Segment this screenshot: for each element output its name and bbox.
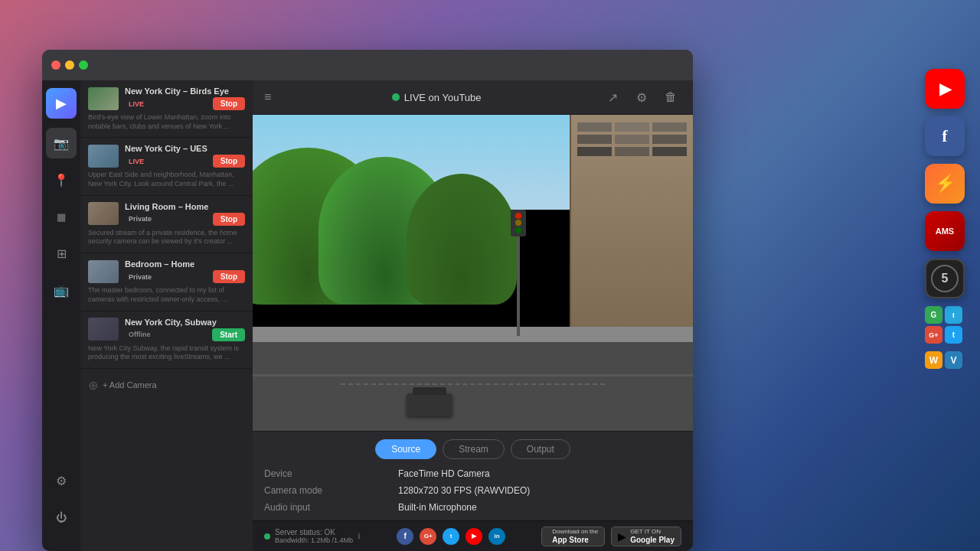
share-button[interactable]: ↗ (602, 86, 623, 108)
camera-item-nyc-birds-eye[interactable]: New York City – Birds Eye LIVE Stop Bird… (80, 80, 253, 138)
dock-mini-app6[interactable]: V (945, 351, 962, 369)
traffic-lights (51, 60, 88, 70)
location-icon: 📍 (54, 173, 69, 187)
sidebar-item-settings[interactable]: ⚙ (46, 465, 77, 496)
google-play-icon: ▶ (618, 530, 626, 543)
social-googleplus[interactable]: G+ (420, 528, 436, 545)
camera-name: Living Room – Home (125, 202, 245, 211)
camera-description: Upper East Side and neighborhood, Manhat… (88, 171, 245, 188)
social-youtube[interactable]: ▶ (466, 528, 482, 545)
minimize-button[interactable] (65, 60, 74, 70)
google-play-name: Google Play (630, 536, 675, 544)
top-bar-actions: ↗ ⚙ 🗑 (602, 86, 681, 108)
add-icon: ⊕ (88, 378, 98, 393)
app-window: ▶ 📷 📍 ▦ ⊞ 📺 ⚙ ⏻ (42, 50, 693, 551)
app-store-subtitle: Download on the (552, 528, 598, 536)
dock-youtube[interactable]: ▶ (925, 69, 965, 109)
sidebar-item-location[interactable]: 📍 (46, 165, 77, 195)
add-camera-button[interactable]: ⊕ + Add Camera (80, 369, 253, 402)
camera-name: Bedroom – Home (125, 259, 245, 269)
camera-description: The master bedroom, connected to my list… (88, 286, 245, 304)
video-preview (253, 115, 693, 431)
camera-action-btn[interactable]: Stop (213, 97, 245, 110)
dock-mini-app2[interactable]: t (945, 306, 962, 324)
google-play-badge[interactable]: ▶ GET IT ON Google Play (611, 527, 681, 546)
status-badge: Offline (125, 330, 155, 339)
power-icon: ⏻ (56, 511, 67, 523)
add-camera-label: + Add Camera (103, 380, 157, 390)
server-status-dot (264, 533, 270, 540)
s5-label: 5 (942, 272, 949, 285)
dock-ams-app[interactable]: AMS (925, 211, 965, 251)
camera-action-btn[interactable]: Stop (213, 213, 245, 226)
dock-mini-app4[interactable]: t (945, 326, 962, 344)
menu-icon[interactable]: ≡ (264, 90, 271, 104)
device-label: Device (264, 468, 387, 479)
grid-icon: ▦ (57, 211, 66, 223)
youtube-play-icon: ▶ (939, 80, 951, 98)
camera-name: New York City, Subway (125, 318, 245, 327)
main-content: ▶ 📷 📍 ▦ ⊞ 📺 ⚙ ⏻ (42, 80, 693, 551)
tab-source[interactable]: Source (375, 439, 436, 459)
camera-mode-label: Camera mode (264, 485, 387, 496)
sidebar-item-grid[interactable]: ▦ (46, 201, 77, 232)
sidebar-item-add[interactable]: ⏻ (46, 502, 77, 533)
camera-action-btn[interactable]: Stop (213, 155, 245, 168)
dock-s5-app[interactable]: 5 (925, 259, 965, 298)
live-indicator: LIVE on YouTube (392, 92, 482, 103)
dock-mini-app1[interactable]: G (925, 306, 942, 324)
app-logo[interactable]: ▶ (46, 88, 77, 119)
title-bar (42, 50, 693, 80)
server-status: Server status: OK Bandwidth: 1.2Mb /1.4M… (264, 528, 361, 544)
dock-peach-app[interactable]: ⚡ (925, 164, 965, 204)
camera-item-nyc-subway[interactable]: New York City, Subway Offline Start New … (80, 311, 253, 369)
audio-input-label: Audio input (264, 502, 387, 513)
camera-description: Secured stream of a private residence, t… (88, 229, 245, 246)
footer: Server status: OK Bandwidth: 1.2Mb /1.4M… (253, 520, 693, 551)
dock-mini-app3[interactable]: G+ (925, 326, 942, 344)
bottom-panel: Source Stream Output Device FaceTime HD … (253, 431, 693, 520)
camera-name: New York City – UES (125, 144, 245, 153)
social-facebook[interactable]: f (397, 528, 413, 545)
tab-row: Source Stream Output (264, 439, 681, 459)
camera-item-living-room[interactable]: Living Room – Home Private Stop Secured … (80, 196, 253, 253)
facebook-f-icon: f (942, 126, 947, 146)
social-linkedin[interactable]: in (488, 528, 505, 545)
tab-stream[interactable]: Stream (443, 439, 505, 459)
app-store-badge[interactable]: Download on the App Store (541, 527, 605, 546)
camera-action-btn[interactable]: Stop (213, 270, 245, 283)
camera-item-nyc-ues[interactable]: New York City – UES LIVE Stop Upper East… (80, 138, 253, 195)
sidebar: ▶ 📷 📍 ▦ ⊞ 📺 ⚙ ⏻ (42, 80, 80, 551)
camera-thumb (88, 260, 119, 283)
sidebar-item-cameras[interactable]: 📷 (46, 128, 77, 158)
lightning-icon: ⚡ (935, 174, 956, 194)
top-bar: ≡ LIVE on YouTube ↗ ⚙ 🗑 (253, 80, 693, 115)
street-scene (253, 115, 693, 431)
right-panel: ≡ LIVE on YouTube ↗ ⚙ 🗑 (253, 80, 693, 551)
camera-action-btn[interactable]: Start (212, 328, 245, 341)
source-info: Device FaceTime HD Camera Camera mode 12… (264, 468, 681, 513)
trash-icon: 🗑 (665, 90, 677, 104)
dock-mini-app5[interactable]: W (925, 351, 942, 369)
dock-icons: ▶ f ⚡ AMS 5 G t G+ t W V (925, 69, 965, 369)
delete-button[interactable]: 🗑 (660, 86, 681, 108)
device-value: FaceTime HD Camera (398, 468, 681, 479)
camera-thumb (88, 145, 119, 168)
settings-button[interactable]: ⚙ (631, 86, 652, 108)
status-badge: Private (125, 214, 155, 223)
status-badge: LIVE (125, 99, 148, 109)
social-twitter[interactable]: t (443, 528, 459, 545)
status-badge: LIVE (125, 157, 148, 166)
close-button[interactable] (51, 60, 60, 70)
tab-output[interactable]: Output (511, 439, 570, 459)
maximize-button[interactable] (79, 60, 88, 70)
sidebar-item-layout[interactable]: ⊞ (46, 238, 77, 269)
camera-name: New York City – Birds Eye (125, 86, 245, 96)
camera-item-bedroom[interactable]: Bedroom – Home Private Stop The master b… (80, 253, 253, 311)
live-label: LIVE on YouTube (404, 92, 482, 103)
dock-facebook[interactable]: f (925, 116, 965, 156)
sidebar-item-broadcast[interactable]: 📺 (46, 275, 77, 305)
status-badge: Private (125, 272, 155, 282)
camera-mode-value: 980x551 30 FPS (RAWVIDEO) (398, 485, 681, 496)
live-dot (392, 93, 400, 101)
